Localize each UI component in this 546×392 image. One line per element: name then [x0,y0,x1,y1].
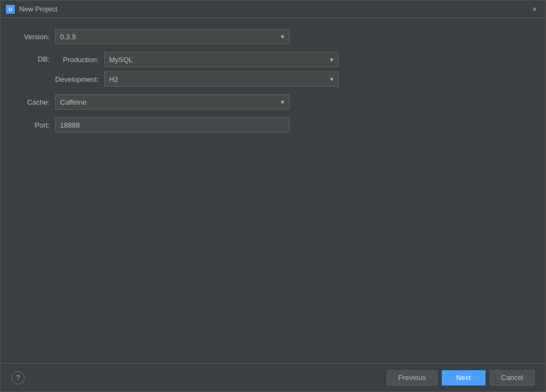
development-row: Development: H2 MySQL PostgreSQL ▼ [55,71,339,87]
next-button[interactable]: Next [442,370,485,385]
app-icon: U [6,5,15,14]
cache-row: Cache: Caffeine Redis Ehcache ▼ [11,94,535,110]
production-row: Production: MySQL PostgreSQL Oracle ▼ [55,52,339,67]
db-label: DB: [11,52,50,63]
version-row: Version: 0.3.9 0.3.8 0.3.7 ▼ [11,29,535,44]
production-select-wrapper: MySQL PostgreSQL Oracle ▼ [104,52,339,67]
footer-left: ? [11,371,25,384]
footer: ? Previous Next Cancel [1,363,545,391]
version-label: Version: [11,33,50,41]
help-button[interactable]: ? [11,371,25,384]
production-label: Production: [55,56,99,64]
development-select-wrapper: H2 MySQL PostgreSQL ▼ [104,71,339,87]
development-select[interactable]: H2 MySQL PostgreSQL [104,71,339,87]
footer-right: Previous Next Cancel [387,370,535,385]
title-bar-left: U New Project [6,5,57,14]
development-label: Development: [55,75,99,83]
cache-label: Cache: [11,98,50,106]
close-button[interactable]: × [529,4,540,15]
cache-select-wrapper: Caffeine Redis Ehcache ▼ [55,94,290,110]
new-project-dialog: U New Project × Version: 0.3.9 0.3.8 0.3… [0,0,546,392]
form-content: Version: 0.3.9 0.3.8 0.3.7 ▼ DB: Product… [1,18,545,363]
port-row: Port: [11,117,535,132]
version-select-wrapper: 0.3.9 0.3.8 0.3.7 ▼ [55,29,290,44]
port-label: Port: [11,121,50,129]
previous-button[interactable]: Previous [387,370,437,385]
title-bar: U New Project × [1,1,545,18]
production-select[interactable]: MySQL PostgreSQL Oracle [104,52,339,67]
port-input[interactable] [55,117,290,132]
db-section: DB: Production: MySQL PostgreSQL Oracle … [11,52,535,87]
cancel-button[interactable]: Cancel [490,370,535,385]
version-select[interactable]: 0.3.9 0.3.8 0.3.7 [55,29,290,44]
db-subrows: Production: MySQL PostgreSQL Oracle ▼ De… [55,52,339,87]
dialog-title: New Project [19,5,57,13]
cache-select[interactable]: Caffeine Redis Ehcache [55,94,290,110]
